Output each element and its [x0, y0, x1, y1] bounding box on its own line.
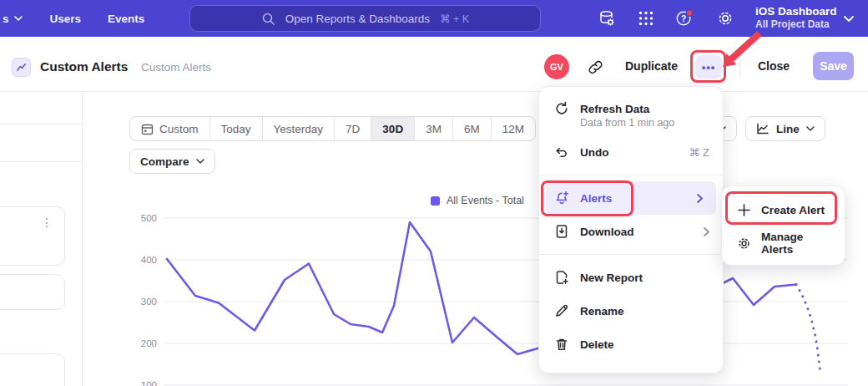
compare-button[interactable]: Compare — [129, 149, 215, 174]
legend-label: All Events - Total — [447, 195, 524, 206]
close-button[interactable]: Close — [758, 59, 790, 73]
more-options-menu: Refresh Data Data from 1 min ago Undo ⌘ … — [538, 86, 724, 373]
report-type-icon — [12, 58, 31, 77]
delete-trash-icon — [554, 337, 569, 352]
alert-bell-plus-icon — [554, 190, 569, 206]
search-placeholder: Open Reports & Dashboards — [285, 13, 430, 25]
line-chart-icon — [756, 123, 770, 135]
project-scope: All Project Data — [755, 18, 837, 31]
gear-icon — [737, 236, 751, 251]
range-30d-selected[interactable]: 30D — [371, 117, 415, 140]
help-icon[interactable]: ? — [675, 9, 694, 28]
share-link-icon[interactable] — [588, 59, 603, 75]
sidebar-divider — [0, 124, 83, 124]
header-divider — [739, 57, 740, 79]
duplicate-button[interactable]: Duplicate — [625, 59, 678, 73]
nav-item-partial[interactable]: s — [3, 13, 23, 25]
range-yesterday[interactable]: Yesterday — [263, 117, 336, 140]
nav-item-events[interactable]: Events — [108, 13, 144, 25]
chevron-down-icon — [14, 16, 23, 21]
chevron-down-icon — [844, 16, 854, 22]
calendar-icon — [141, 123, 154, 135]
date-range-selector: Custom Today Yesterday 7D 30D 3M 6M 12M — [129, 116, 536, 141]
chart-legend: All Events - Total — [431, 195, 524, 206]
rename-pencil-icon — [554, 303, 569, 318]
menu-item-download[interactable]: Download — [539, 215, 723, 248]
app-root: 500400300200100 All Events - Total ⋮ s U… — [0, 0, 868, 386]
svg-text:?: ? — [681, 14, 686, 23]
page-title: Custom Alerts — [40, 59, 128, 74]
search-input[interactable]: Open Reports & Dashboards ⌘ + K — [189, 5, 541, 32]
sidebar-divider — [0, 161, 83, 162]
menu-item-undo[interactable]: Undo ⌘ Z — [539, 135, 723, 169]
chevron-right-icon — [704, 227, 709, 236]
settings-gear-icon[interactable] — [716, 9, 734, 28]
alerts-submenu: Create Alert Manage Alerts — [721, 185, 845, 266]
svg-text:200: 200 — [141, 338, 157, 348]
refresh-icon — [554, 101, 569, 116]
submenu-item-create-alert[interactable]: Create Alert — [722, 193, 845, 226]
svg-text:500: 500 — [141, 213, 157, 223]
menu-item-delete[interactable]: Delete — [539, 328, 723, 361]
chevron-down-icon — [806, 126, 815, 131]
new-report-icon — [554, 270, 569, 285]
nav-item-users[interactable]: Users — [50, 13, 82, 25]
refresh-status-text: Data from 1 min ago — [539, 117, 723, 129]
range-6m[interactable]: 6M — [453, 117, 492, 140]
project-name: iOS Dashboard — [755, 4, 837, 18]
undo-icon — [554, 145, 569, 160]
sidebar-card[interactable] — [0, 274, 65, 310]
sidebar-card[interactable] — [0, 353, 65, 386]
range-3m[interactable]: 3M — [415, 117, 453, 140]
range-custom[interactable]: Custom — [130, 117, 210, 140]
chart-type-button[interactable]: Line — [745, 116, 825, 141]
search-shortcut: ⌘ + K — [440, 13, 469, 25]
chevron-right-icon — [697, 194, 703, 203]
data-management-icon[interactable] — [598, 9, 616, 28]
menu-item-alerts[interactable]: Alerts — [546, 181, 716, 215]
sidebar-card[interactable]: ⋮ — [0, 206, 65, 266]
chevron-down-icon — [196, 159, 204, 164]
card-kebab-menu-icon[interactable]: ⋮ — [41, 216, 53, 229]
svg-text:400: 400 — [141, 255, 157, 265]
more-options-button[interactable]: ••• — [695, 55, 722, 79]
save-button[interactable]: Save — [813, 52, 854, 80]
range-7d[interactable]: 7D — [335, 117, 371, 140]
menu-separator — [539, 175, 723, 175]
menu-item-new-report[interactable]: New Report — [539, 261, 723, 294]
range-today[interactable]: Today — [210, 117, 263, 140]
download-icon — [554, 224, 569, 239]
avatar[interactable]: GV — [544, 54, 569, 79]
svg-text:300: 300 — [141, 297, 157, 307]
project-selector[interactable]: iOS Dashboard All Project Data — [755, 4, 837, 31]
breadcrumb: Custom Alerts — [141, 61, 211, 74]
range-12m[interactable]: 12M — [492, 117, 535, 140]
menu-item-rename[interactable]: Rename — [539, 294, 723, 328]
top-navbar: s Users Events Open Reports & Dashboards… — [0, 0, 868, 37]
undo-shortcut: ⌘ Z — [689, 146, 709, 159]
menu-separator — [539, 254, 723, 255]
search-icon — [261, 12, 275, 26]
submenu-item-manage-alerts[interactable]: Manage Alerts — [722, 226, 845, 260]
legend-swatch — [431, 196, 440, 206]
report-header — [0, 37, 868, 92]
left-sidebar: ⋮ — [0, 92, 83, 386]
svg-text:100: 100 — [141, 380, 157, 386]
apps-grid-icon[interactable] — [637, 9, 655, 28]
plus-icon — [737, 203, 751, 217]
